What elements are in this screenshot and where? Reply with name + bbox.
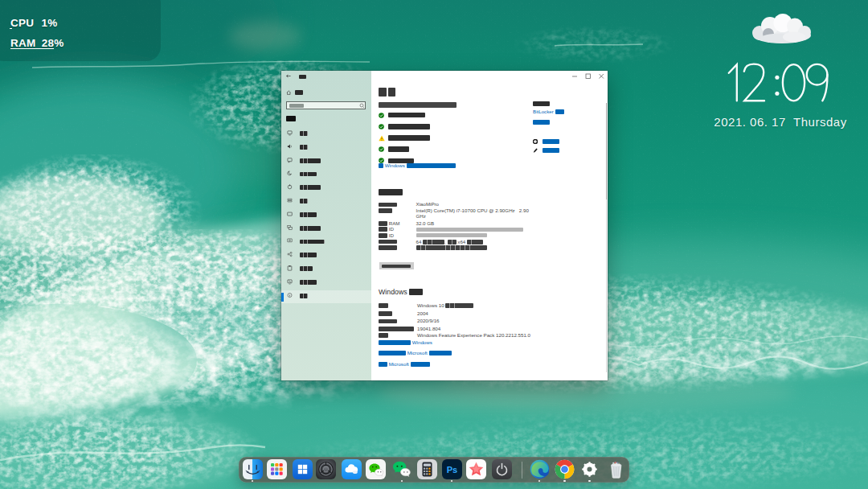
svg-text:Ps: Ps [446,465,457,475]
